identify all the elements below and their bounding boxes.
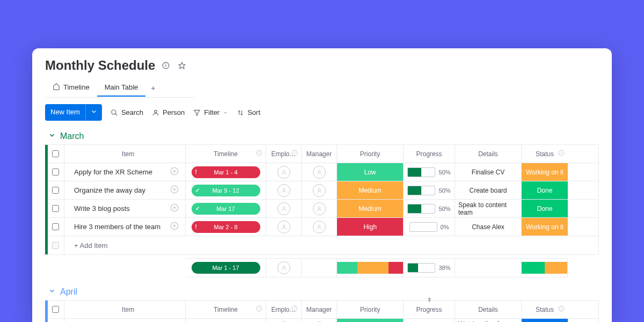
col-employee[interactable]: Emplo…: [266, 301, 302, 318]
timeline-cell[interactable]: !Mar 1 - 4: [186, 163, 266, 181]
progress-cell[interactable]: 0%: [404, 218, 455, 236]
col-timeline[interactable]: Timeline: [186, 145, 266, 163]
search-button[interactable]: Search: [111, 108, 143, 116]
progress-cell[interactable]: 50%: [404, 181, 455, 199]
priority-cell[interactable]: Low: [337, 163, 404, 181]
row-checkbox[interactable]: [45, 200, 64, 217]
item-name-cell[interactable]: Write 3 blog posts: [64, 200, 186, 217]
timeline-cell[interactable]: ✓Mar 17: [186, 200, 266, 217]
progress-cell[interactable]: 50%: [404, 163, 455, 181]
col-manager[interactable]: Manager: [302, 145, 337, 163]
item-name-cell[interactable]: Plan the next TED talk: [64, 319, 186, 322]
status-cell[interactable]: Done: [522, 181, 568, 199]
employee-cell[interactable]: [266, 218, 302, 236]
person-icon[interactable]: [313, 184, 326, 197]
person-filter-button[interactable]: Person: [152, 108, 185, 116]
details-cell[interactable]: Watch online for inspiration: [455, 319, 522, 322]
manager-cell[interactable]: [302, 218, 337, 236]
person-icon[interactable]: [313, 166, 326, 179]
progress-cell[interactable]: 50%: [404, 319, 455, 322]
row-checkbox[interactable]: [45, 181, 64, 199]
manager-cell[interactable]: [302, 163, 337, 181]
person-icon[interactable]: [277, 184, 290, 197]
table-row[interactable]: Organize the away day ✓Mar 9 - 12 Medium…: [45, 181, 598, 200]
status-cell[interactable]: Not yet: [522, 319, 568, 322]
add-subitem-icon[interactable]: [170, 203, 179, 214]
col-status[interactable]: Status: [522, 145, 568, 163]
status-cell[interactable]: Done: [522, 200, 568, 217]
new-item-button[interactable]: New Item: [45, 104, 102, 121]
sort-button[interactable]: Sort: [237, 108, 260, 116]
row-checkbox[interactable]: [45, 319, 64, 322]
col-progress[interactable]: Progress: [404, 145, 455, 163]
col-details[interactable]: Details: [455, 145, 522, 163]
filter-button[interactable]: Filter: [193, 108, 228, 116]
add-subitem-icon[interactable]: [170, 185, 179, 195]
row-checkbox[interactable]: [45, 218, 64, 236]
manager-cell[interactable]: [302, 181, 337, 199]
star-icon[interactable]: [177, 60, 187, 71]
item-name-cell[interactable]: Organize the away day: [64, 181, 186, 199]
add-subitem-icon[interactable]: [170, 222, 179, 232]
drag-handle-icon[interactable]: ⇕: [427, 297, 431, 303]
table-row[interactable]: Plan the next TED talk !Apr 1 - 8 Low 50…: [45, 319, 598, 322]
person-icon[interactable]: [313, 202, 326, 215]
employee-cell[interactable]: [266, 181, 302, 199]
details-cell[interactable]: Create board: [455, 181, 522, 199]
col-manager[interactable]: Manager: [302, 301, 337, 318]
item-name-cell[interactable]: Hire 3 members of the team: [64, 218, 186, 236]
info-icon[interactable]: [256, 150, 262, 158]
priority-cell[interactable]: Medium: [337, 181, 404, 199]
info-icon[interactable]: [291, 305, 298, 313]
item-name-cell[interactable]: Apply for the XR Scheme: [64, 163, 186, 181]
table-row[interactable]: Hire 3 members of the team !Mar 2 - 8 Hi…: [45, 218, 598, 236]
info-icon[interactable]: [291, 150, 298, 158]
select-all-checkbox[interactable]: [45, 301, 64, 318]
manager-cell[interactable]: [302, 200, 337, 217]
col-employee[interactable]: Emplo…: [266, 145, 302, 163]
col-status[interactable]: Status: [522, 301, 568, 318]
timeline-cell[interactable]: !Apr 1 - 8: [186, 319, 266, 322]
info-icon[interactable]: [256, 305, 262, 313]
tab-timeline[interactable]: Timeline: [45, 78, 97, 97]
tab-main-table[interactable]: Main Table: [97, 79, 146, 97]
group-header[interactable]: April: [45, 287, 599, 297]
details-cell[interactable]: Chase Alex: [455, 218, 522, 236]
timeline-cell[interactable]: !Mar 2 - 8: [186, 218, 266, 236]
manager-cell[interactable]: [302, 319, 337, 322]
timeline-cell[interactable]: ✓Mar 9 - 12: [186, 181, 266, 199]
person-icon[interactable]: [277, 202, 290, 215]
col-progress[interactable]: ⇕Progress: [404, 301, 455, 318]
info-icon[interactable]: [558, 305, 565, 313]
employee-cell[interactable]: [266, 319, 302, 322]
person-icon[interactable]: [277, 261, 290, 274]
select-all-checkbox[interactable]: [45, 145, 64, 163]
priority-cell[interactable]: Low: [337, 319, 404, 322]
table-row[interactable]: Write 3 blog posts ✓Mar 17 Medium 50% Sp…: [45, 200, 598, 218]
col-details[interactable]: Details: [455, 301, 522, 318]
details-cell[interactable]: Speak to content team: [455, 200, 522, 217]
priority-cell[interactable]: High: [337, 218, 404, 236]
chevron-down-icon[interactable]: [48, 131, 56, 141]
new-item-label[interactable]: New Item: [45, 104, 85, 121]
employee-cell[interactable]: [266, 163, 302, 181]
person-icon[interactable]: [277, 166, 290, 179]
col-priority[interactable]: Priority: [337, 145, 404, 163]
add-item-row[interactable]: + Add Item: [45, 236, 598, 254]
row-checkbox[interactable]: [45, 163, 64, 181]
table-row[interactable]: Apply for the XR Scheme !Mar 1 - 4 Low 5…: [45, 163, 598, 181]
details-cell[interactable]: Finalise CV: [455, 163, 522, 181]
add-view-button[interactable]: +: [145, 79, 160, 97]
info-icon[interactable]: [160, 60, 171, 71]
col-item[interactable]: Item: [64, 301, 186, 318]
progress-cell[interactable]: 50%: [404, 200, 455, 217]
col-priority[interactable]: Priority: [337, 301, 404, 318]
info-icon[interactable]: [558, 150, 565, 158]
person-icon[interactable]: [277, 221, 290, 233]
status-cell[interactable]: Working on it: [522, 163, 568, 181]
chevron-down-icon[interactable]: [85, 104, 102, 121]
employee-cell[interactable]: [266, 200, 302, 217]
add-subitem-icon[interactable]: [170, 167, 179, 177]
col-timeline[interactable]: Timeline: [186, 301, 266, 318]
group-header[interactable]: March: [45, 131, 599, 141]
